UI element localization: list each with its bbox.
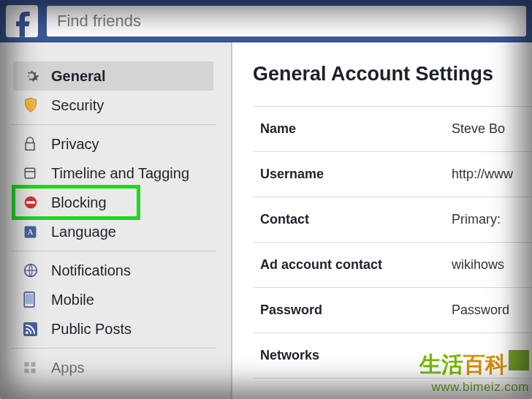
sidebar-group-notifications: Notifications Mobile Public Posts (10, 251, 216, 349)
blocking-icon (23, 195, 45, 210)
sidebar-label: Privacy (51, 136, 99, 153)
sidebar-label: Security (51, 97, 104, 114)
svg-rect-14 (31, 369, 36, 373)
timeline-icon (23, 166, 45, 180)
content: General Security Privacy Timeline and Ta… (0, 42, 532, 399)
sidebar-item-blocking[interactable]: Blocking (13, 188, 213, 217)
sidebar-item-mobile[interactable]: Mobile (13, 285, 213, 314)
sidebar-label: General (51, 68, 105, 85)
svg-rect-9 (23, 322, 37, 336)
sidebar-item-public-posts[interactable]: Public Posts (13, 314, 213, 343)
settings-label: Username (260, 167, 452, 182)
settings-row-username[interactable]: Username http://www (253, 151, 532, 197)
svg-rect-3 (26, 201, 35, 203)
svg-rect-8 (26, 294, 33, 304)
main-panel: General Account Settings Name Steve Bo U… (232, 42, 532, 399)
rss-icon (23, 322, 45, 336)
settings-value: Primary: (452, 212, 532, 227)
settings-label: Ad account contact (260, 257, 452, 273)
globe-icon (23, 263, 45, 278)
apps-icon (23, 361, 45, 374)
lock-icon (23, 137, 45, 151)
sidebar-label: Apps (51, 360, 85, 376)
settings-table: Name Steve Bo Username http://www Contac… (253, 106, 532, 379)
sidebar-item-privacy[interactable]: Privacy (13, 129, 213, 159)
settings-label: Contact (260, 212, 452, 227)
sidebar: General Security Privacy Timeline and Ta… (0, 42, 232, 399)
svg-point-10 (26, 331, 28, 334)
settings-row-password[interactable]: Password Password (253, 287, 532, 332)
watermark-cn: 生活百科 (419, 350, 529, 380)
sidebar-label: Timeline and Tagging (51, 165, 189, 182)
gears-icon (23, 68, 45, 84)
svg-rect-0 (25, 168, 35, 178)
sidebar-item-security[interactable]: Security (13, 91, 213, 120)
search-input[interactable] (47, 6, 526, 37)
settings-value: wikihows (452, 257, 532, 273)
sidebar-item-apps[interactable]: Apps (13, 353, 213, 382)
svg-rect-11 (25, 362, 29, 367)
svg-rect-12 (31, 362, 36, 367)
sidebar-group-privacy: Privacy Timeline and Tagging Blocking A … (10, 125, 216, 251)
settings-value: http://www (452, 167, 532, 182)
settings-label: Password (260, 303, 452, 318)
sidebar-item-language[interactable]: A Language (13, 217, 213, 246)
page-title: General Account Settings (253, 63, 532, 86)
sidebar-item-notifications[interactable]: Notifications (13, 256, 213, 285)
mobile-icon (23, 292, 45, 308)
sidebar-label: Blocking (51, 194, 107, 211)
svg-rect-13 (25, 369, 29, 373)
settings-row-ad-contact[interactable]: Ad account contact wikihows (253, 242, 532, 287)
settings-row-name[interactable]: Name Steve Bo (253, 106, 532, 151)
language-icon: A (23, 225, 45, 239)
facebook-logo[interactable] (6, 5, 38, 37)
sidebar-label: Public Posts (51, 321, 132, 338)
watermark-url: www.bimeiz.com (419, 380, 529, 395)
settings-value: Password (452, 303, 532, 318)
sidebar-item-general[interactable]: General (13, 61, 213, 91)
facebook-f-icon (10, 10, 34, 37)
settings-value: Steve Bo (452, 121, 532, 137)
watermark: 生活百科 www.bimeiz.com (419, 350, 529, 395)
sidebar-group-apps: Apps (10, 349, 216, 387)
settings-label: Name (260, 121, 452, 137)
svg-text:A: A (27, 227, 33, 236)
sidebar-item-timeline[interactable]: Timeline and Tagging (13, 159, 213, 188)
top-bar (0, 0, 532, 42)
shield-icon (23, 97, 45, 113)
sidebar-label: Notifications (51, 262, 131, 279)
sidebar-group-account: General Security (10, 57, 216, 125)
sidebar-label: Mobile (51, 292, 94, 308)
settings-row-contact[interactable]: Contact Primary: (253, 197, 532, 242)
sidebar-label: Language (51, 224, 116, 240)
